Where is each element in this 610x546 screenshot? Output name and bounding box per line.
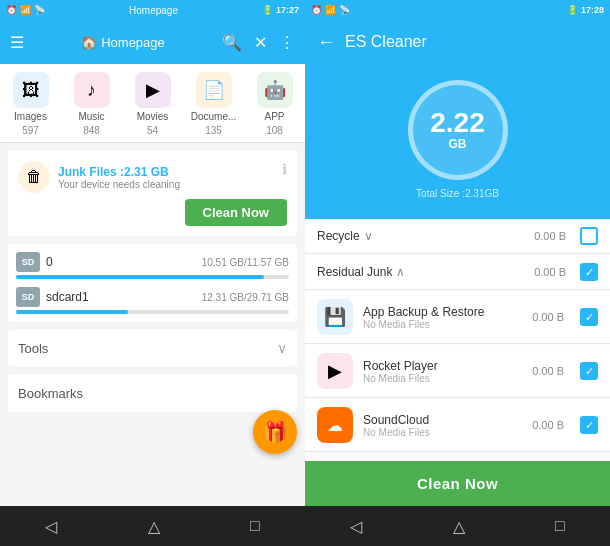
storage-item-internal: SD 0 10.51 GB/11.57 GB (16, 252, 289, 279)
right-status-icons: ⏰ 📶 📡 (311, 5, 350, 15)
category-movies[interactable]: ▶ Movies 54 (122, 72, 183, 136)
category-apps[interactable]: 🤖 APP 108 (244, 72, 305, 136)
left-status-bar: ⏰ 📶 📡 Homepage 🔋 17:27 (0, 0, 305, 20)
storage-header-1: SD sdcard1 12.31 GB/29.71 GB (16, 287, 289, 307)
category-music[interactable]: ♪ Music 848 (61, 72, 122, 136)
cleaner-list: Recycle ∨ 0.00 B Residual Junk ∧ 0.00 B … (305, 219, 610, 461)
recycle-checkbox[interactable] (580, 227, 598, 245)
homepage-title: Homepage (101, 35, 165, 50)
recycle-label: Recycle ∨ (317, 229, 526, 243)
storage-item-sdcard: SD sdcard1 12.31 GB/29.71 GB (16, 287, 289, 314)
residual-size: 0.00 B (534, 266, 566, 278)
sd-icon-1: SD (16, 287, 40, 307)
right-back-button[interactable]: ◁ (350, 517, 362, 536)
fab-gift-button[interactable]: 🎁 (253, 410, 297, 454)
residual-junk-row: Residual Junk ∧ 0.00 B (305, 255, 610, 290)
home-button[interactable]: △ (148, 517, 160, 536)
residual-arrow-icon: ∧ (396, 265, 405, 279)
right-alarm-icon: ⏰ (311, 5, 322, 15)
recents-button[interactable]: □ (250, 517, 260, 535)
apps-label: APP (264, 111, 284, 122)
right-title: ES Cleaner (345, 33, 427, 51)
storage-bar-bg-0 (16, 275, 289, 279)
music-icon: ♪ (74, 72, 110, 108)
residual-checkbox[interactable] (580, 263, 598, 281)
home-icon: 🏠 (81, 35, 97, 50)
tools-label: Tools (18, 341, 48, 356)
cleaner-circle: 2.22 GB (408, 80, 508, 180)
right-bottom-nav: ◁ △ □ (305, 506, 610, 546)
storage-size-1: 12.31 GB/29.71 GB (202, 292, 289, 303)
junk-section: 🗑 Junk Files :2.31 GB Your device needs … (8, 151, 297, 236)
rocket-app-name: Rocket Player (363, 359, 522, 373)
storage-bar-fill-1 (16, 310, 128, 314)
recycle-arrow-icon: ∨ (364, 229, 373, 243)
recycle-size: 0.00 B (534, 230, 566, 242)
soundcloud-app-info: SoundCloud No Media Files (363, 413, 522, 438)
docs-icon: 📄 (196, 72, 232, 108)
app-item-soundcloud: ☁ SoundCloud No Media Files 0.00 B (305, 399, 610, 452)
left-status-title: Homepage (129, 5, 178, 16)
rocket-app-icon: ▶ (317, 353, 353, 389)
left-time: 17:27 (276, 5, 299, 15)
trash-icon: 🗑 (18, 161, 50, 193)
rocket-app-checkbox[interactable] (580, 362, 598, 380)
images-count: 597 (22, 125, 39, 136)
category-documents[interactable]: 📄 Docume... 135 (183, 72, 244, 136)
right-signal-icon: 📶 (325, 5, 336, 15)
wifi-icon: 📡 (34, 5, 45, 15)
battery-icon: 🔋 (262, 5, 273, 15)
docs-label: Docume... (191, 111, 237, 122)
info-icon[interactable]: ℹ (282, 161, 287, 177)
storage-bar-bg-1 (16, 310, 289, 314)
back-button[interactable]: ◁ (45, 517, 57, 536)
residual-label: Residual Junk ∧ (317, 265, 526, 279)
circle-unit: GB (449, 137, 467, 151)
right-status-bar: ⏰ 📶 📡 🔋 17:28 (305, 0, 610, 20)
right-recents-button[interactable]: □ (555, 517, 565, 535)
right-status-right-icons: 🔋 17:28 (567, 5, 604, 15)
right-wifi-icon: 📡 (339, 5, 350, 15)
close-icon[interactable]: ✕ (254, 33, 267, 52)
storage-header-0: SD 0 10.51 GB/11.57 GB (16, 252, 289, 272)
back-arrow-icon[interactable]: ← (317, 32, 335, 53)
soundcloud-app-icon: ☁ (317, 407, 353, 443)
right-clean-now-button[interactable]: Clean Now (305, 461, 610, 506)
left-panel: ⏰ 📶 📡 Homepage 🔋 17:27 ☰ 🏠 Homepage 🔍 ✕ … (0, 0, 305, 546)
movies-label: Movies (137, 111, 169, 122)
category-images[interactable]: 🖼 Images 597 (0, 72, 61, 136)
hamburger-icon[interactable]: ☰ (10, 33, 24, 52)
recycle-row: Recycle ∨ 0.00 B (305, 219, 610, 254)
left-clean-now-button[interactable]: Clean Now (185, 199, 287, 226)
backup-app-size: 0.00 B (532, 311, 564, 323)
backup-app-checkbox[interactable] (580, 308, 598, 326)
left-status-icons: ⏰ 📶 📡 (6, 5, 45, 15)
total-size-label: Total Size :2.31GB (416, 188, 499, 199)
right-home-button[interactable]: △ (453, 517, 465, 536)
junk-size: 2.31 GB (124, 165, 169, 179)
rocket-app-info: Rocket Player No Media Files (363, 359, 522, 384)
left-bottom-nav: ◁ △ □ (0, 506, 305, 546)
storage-left-1: SD sdcard1 (16, 287, 89, 307)
junk-text: Junk Files :2.31 GB Your device needs cl… (58, 165, 180, 190)
tools-section[interactable]: Tools ∨ (8, 330, 297, 366)
backup-app-icon: 💾 (317, 299, 353, 335)
bookmarks-section: Bookmarks (8, 374, 297, 412)
backup-app-name: App Backup & Restore (363, 305, 522, 319)
more-icon[interactable]: ⋮ (279, 33, 295, 52)
alarm-icon: ⏰ (6, 5, 17, 15)
junk-title: Junk Files :2.31 GB (58, 165, 180, 179)
tools-arrow-icon: ∨ (277, 340, 287, 356)
storage-section: SD 0 10.51 GB/11.57 GB SD sdcard1 12.31 … (8, 244, 297, 322)
backup-app-info: App Backup & Restore No Media Files (363, 305, 522, 330)
left-status-right-icons: 🔋 17:27 (262, 5, 299, 15)
search-icon[interactable]: 🔍 (222, 33, 242, 52)
left-content: 🖼 Images 597 ♪ Music 848 ▶ Movies 54 📄 D… (0, 64, 305, 506)
soundcloud-app-name: SoundCloud (363, 413, 522, 427)
soundcloud-app-checkbox[interactable] (580, 416, 598, 434)
rocket-app-sub: No Media Files (363, 373, 522, 384)
storage-name-1: sdcard1 (46, 290, 89, 304)
soundcloud-app-sub: No Media Files (363, 427, 522, 438)
images-label: Images (14, 111, 47, 122)
apps-count: 108 (266, 125, 283, 136)
